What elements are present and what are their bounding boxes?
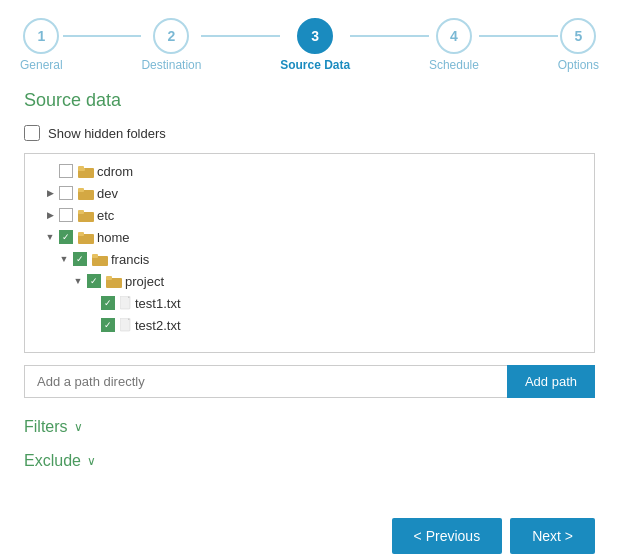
tree-toggle-project[interactable]: ▼ bbox=[71, 274, 85, 288]
step-5-circle: 5 bbox=[560, 18, 596, 54]
add-path-row: Add path bbox=[24, 365, 595, 398]
exclude-chevron-icon: ∨ bbox=[87, 454, 96, 468]
tree-check-etc[interactable] bbox=[59, 208, 73, 222]
step-5-label: Options bbox=[558, 58, 599, 72]
tree-toggle-test2 bbox=[85, 318, 99, 332]
tree-check-home[interactable]: ✓ bbox=[59, 230, 73, 244]
tree-label-test1: test1.txt bbox=[135, 296, 181, 311]
step-2-circle: 2 bbox=[153, 18, 189, 54]
step-3-label: Source Data bbox=[280, 58, 350, 72]
folder-icon-etc bbox=[78, 209, 94, 222]
tree-toggle-test1 bbox=[85, 296, 99, 310]
show-hidden-row: Show hidden folders bbox=[24, 125, 595, 141]
folder-icon-francis bbox=[92, 253, 108, 266]
navigation-buttons: < Previous Next > bbox=[0, 502, 619, 556]
stepper-line-3 bbox=[350, 35, 429, 37]
file-icon-test2 bbox=[120, 318, 132, 332]
step-4[interactable]: 4 Schedule bbox=[429, 18, 479, 72]
tree-check-test2[interactable]: ✓ bbox=[101, 318, 115, 332]
tree-check-dev[interactable] bbox=[59, 186, 73, 200]
filters-section: Filters ∨ bbox=[24, 414, 595, 440]
previous-button[interactable]: < Previous bbox=[392, 518, 503, 554]
exclude-label: Exclude bbox=[24, 452, 81, 470]
svg-rect-8 bbox=[78, 232, 84, 236]
step-3-circle: 3 bbox=[297, 18, 333, 54]
filters-label: Filters bbox=[24, 418, 68, 436]
show-hidden-checkbox[interactable] bbox=[24, 125, 40, 141]
folder-icon-home bbox=[78, 231, 94, 244]
folder-icon-project bbox=[106, 275, 122, 288]
tree-label-etc: etc bbox=[97, 208, 114, 223]
exclude-header[interactable]: Exclude ∨ bbox=[24, 448, 595, 474]
tree-label-test2: test2.txt bbox=[135, 318, 181, 333]
folder-icon-cdrom bbox=[78, 165, 94, 178]
tree-label-home: home bbox=[97, 230, 130, 245]
stepper: 1 General 2 Destination 3 Source Data 4 … bbox=[0, 0, 619, 80]
page-title: Source data bbox=[24, 90, 595, 111]
stepper-line-2 bbox=[201, 35, 280, 37]
tree-node-test2[interactable]: ✓ test2.txt bbox=[29, 314, 590, 336]
folder-icon-dev bbox=[78, 187, 94, 200]
svg-rect-10 bbox=[92, 254, 98, 258]
tree-toggle-home[interactable]: ▼ bbox=[43, 230, 57, 244]
tree-label-dev: dev bbox=[97, 186, 118, 201]
tree-node-dev[interactable]: ▶ dev bbox=[29, 182, 590, 204]
tree-node-project[interactable]: ▼ ✓ project bbox=[29, 270, 590, 292]
tree-node-test1[interactable]: ✓ test1.txt bbox=[29, 292, 590, 314]
tree-node-home[interactable]: ▼ ✓ home bbox=[29, 226, 590, 248]
filters-header[interactable]: Filters ∨ bbox=[24, 414, 595, 440]
tree-node-etc[interactable]: ▶ etc bbox=[29, 204, 590, 226]
tree-node-cdrom[interactable]: cdrom bbox=[29, 160, 590, 182]
step-3[interactable]: 3 Source Data bbox=[280, 18, 350, 72]
tree-check-project[interactable]: ✓ bbox=[87, 274, 101, 288]
file-tree: cdrom ▶ dev ▶ bbox=[25, 154, 594, 342]
stepper-line-1 bbox=[63, 35, 142, 37]
exclude-section: Exclude ∨ bbox=[24, 448, 595, 474]
add-path-input[interactable] bbox=[24, 365, 507, 398]
step-5[interactable]: 5 Options bbox=[558, 18, 599, 72]
file-tree-container[interactable]: cdrom ▶ dev ▶ bbox=[24, 153, 595, 353]
next-button[interactable]: Next > bbox=[510, 518, 595, 554]
tree-node-francis[interactable]: ▼ ✓ francis bbox=[29, 248, 590, 270]
svg-rect-2 bbox=[78, 166, 84, 170]
file-icon-test1 bbox=[120, 296, 132, 310]
tree-toggle-dev[interactable]: ▶ bbox=[43, 186, 57, 200]
page-content: Source data Show hidden folders cdrom bbox=[0, 80, 619, 502]
svg-rect-6 bbox=[78, 210, 84, 214]
show-hidden-label: Show hidden folders bbox=[48, 126, 166, 141]
tree-check-francis[interactable]: ✓ bbox=[73, 252, 87, 266]
tree-toggle-etc[interactable]: ▶ bbox=[43, 208, 57, 222]
tree-toggle-francis[interactable]: ▼ bbox=[57, 252, 71, 266]
tree-toggle-cdrom bbox=[43, 164, 57, 178]
filters-chevron-icon: ∨ bbox=[74, 420, 83, 434]
tree-label-francis: francis bbox=[111, 252, 149, 267]
step-1[interactable]: 1 General bbox=[20, 18, 63, 72]
svg-rect-4 bbox=[78, 188, 84, 192]
tree-check-cdrom[interactable] bbox=[59, 164, 73, 178]
add-path-button[interactable]: Add path bbox=[507, 365, 595, 398]
step-2-label: Destination bbox=[141, 58, 201, 72]
step-1-label: General bbox=[20, 58, 63, 72]
step-1-circle: 1 bbox=[23, 18, 59, 54]
stepper-line-4 bbox=[479, 35, 558, 37]
tree-check-test1[interactable]: ✓ bbox=[101, 296, 115, 310]
svg-rect-12 bbox=[106, 276, 112, 280]
tree-label-cdrom: cdrom bbox=[97, 164, 133, 179]
step-4-label: Schedule bbox=[429, 58, 479, 72]
step-4-circle: 4 bbox=[436, 18, 472, 54]
tree-label-project: project bbox=[125, 274, 164, 289]
step-2[interactable]: 2 Destination bbox=[141, 18, 201, 72]
